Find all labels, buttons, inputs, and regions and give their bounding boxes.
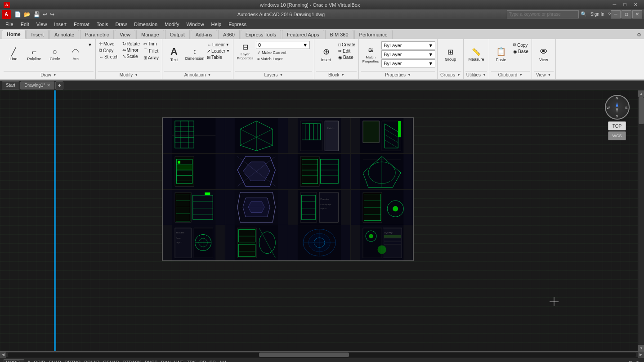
match-properties-btn[interactable]: ≋ MatchProperties xyxy=(361,41,380,68)
layer-properties-btn[interactable]: ⊟ LayerProperties xyxy=(235,42,255,61)
layers-group-label[interactable]: Layers ▼ xyxy=(235,71,312,78)
minimize-btn[interactable]: ─ xyxy=(610,2,619,8)
tab-output[interactable]: Output xyxy=(165,30,190,39)
signin-btn[interactable]: Sign In xyxy=(589,12,606,17)
undo-btn[interactable]: ↩ xyxy=(42,11,48,18)
h-scroll-right-btn[interactable]: ▶ xyxy=(638,352,644,358)
tab-bim360[interactable]: BIM 360 xyxy=(325,30,353,39)
tab-view[interactable]: View xyxy=(115,30,135,39)
menu-format[interactable]: Format xyxy=(70,19,93,29)
acad-maximize[interactable]: □ xyxy=(622,10,631,18)
clipboard-group-label[interactable]: Clipboard ▼ xyxy=(491,71,530,78)
close-btn[interactable]: ✕ xyxy=(631,2,640,8)
make-current-btn[interactable]: ✓ Make Current xyxy=(256,50,310,55)
copy-btn[interactable]: ⧉ Copy xyxy=(98,47,120,54)
tab-express-tools[interactable]: Express Tools xyxy=(241,30,281,39)
annotation-group-label[interactable]: Annotation ▼ xyxy=(164,71,231,78)
menu-express[interactable]: Express xyxy=(225,19,250,29)
status-tpy[interactable]: TPY xyxy=(187,360,196,362)
menu-draw[interactable]: Draw xyxy=(112,19,130,29)
redo-btn[interactable]: ↪ xyxy=(49,11,55,18)
open-btn[interactable]: 📂 xyxy=(23,11,31,18)
status-model[interactable]: MODEL xyxy=(4,359,24,362)
block-group-label[interactable]: Block ▼ xyxy=(316,71,357,78)
status-ducs[interactable]: DUCS xyxy=(145,360,157,362)
group-btn[interactable]: ⊞ Group xyxy=(440,41,460,68)
maximize-btn[interactable]: □ xyxy=(621,2,629,8)
groups-group-label[interactable]: Groups ▼ xyxy=(439,71,461,78)
view-group-label[interactable]: View ▼ xyxy=(534,71,554,78)
leader-btn[interactable]: ↗ Leader ▼ xyxy=(206,48,231,54)
stretch-btn[interactable]: ↔ Stretch xyxy=(98,54,120,60)
scroll-down-btn[interactable]: ▼ xyxy=(638,345,644,351)
status-icon-1[interactable]: ⊡ xyxy=(628,360,633,362)
linetype-dropdown[interactable]: ByLayer ▼ xyxy=(381,50,435,58)
line-btn[interactable]: ╱ Line xyxy=(4,41,23,68)
right-scrollbar[interactable]: ▲ ▼ xyxy=(638,90,644,351)
search-icon[interactable]: 🔍 xyxy=(581,11,587,17)
tab-close-icon[interactable]: ✕ xyxy=(47,83,50,88)
new-btn[interactable]: 📄 xyxy=(13,11,22,18)
status-otrack[interactable]: OTRACK xyxy=(122,360,141,362)
edit-btn[interactable]: ✏ Edit xyxy=(337,48,357,54)
view-btn[interactable]: 👁 View xyxy=(534,41,554,68)
h-scroll-left-btn[interactable]: ◀ xyxy=(0,352,6,358)
menu-edit[interactable]: Edit xyxy=(17,19,33,29)
array-btn[interactable]: ⊞ Array xyxy=(142,55,160,61)
create-btn[interactable]: □ Create xyxy=(337,42,357,48)
rotate-btn[interactable]: ↻ Rotate xyxy=(121,41,141,47)
save-btn[interactable]: 💾 xyxy=(32,11,41,18)
tab-manage[interactable]: Manage xyxy=(136,30,164,39)
menu-modify[interactable]: Modify xyxy=(161,19,183,29)
menu-tools[interactable]: Tools xyxy=(93,19,112,29)
tab-start[interactable]: Start xyxy=(2,81,19,89)
tab-a360[interactable]: A360 xyxy=(218,30,240,39)
menu-view[interactable]: View xyxy=(33,19,51,29)
match-layer-btn[interactable]: ≡ Match Layer xyxy=(256,56,310,62)
tab-annotate[interactable]: Annotate xyxy=(49,30,79,39)
polyline-btn[interactable]: ⌐ Polyline xyxy=(24,41,44,68)
status-lwt[interactable]: LWT xyxy=(174,360,183,362)
status-snap[interactable]: SNAP xyxy=(49,360,61,362)
trim-btn[interactable]: ✂ Trim xyxy=(142,41,160,47)
status-hash[interactable]: # xyxy=(28,360,31,362)
measure-btn[interactable]: 📏 Measure xyxy=(466,41,486,68)
insert-btn[interactable]: ⊕ Insert xyxy=(316,41,336,68)
status-polar[interactable]: POLAR xyxy=(84,360,99,362)
move-btn[interactable]: ✛ Move xyxy=(98,41,120,47)
menu-dimension[interactable]: Dimension xyxy=(130,19,161,29)
utilities-group-label[interactable]: Utilities ▼ xyxy=(465,71,487,78)
draw-group-label[interactable]: Draw ▼ xyxy=(4,71,94,78)
h-scroll-track[interactable] xyxy=(8,353,636,357)
color-dropdown[interactable]: ByLayer ▼ xyxy=(381,41,435,49)
arc-btn[interactable]: ◠ Arc xyxy=(66,41,85,68)
compass-top-btn[interactable]: TOP xyxy=(608,121,626,130)
tab-home[interactable]: Home xyxy=(2,30,26,39)
tab-featured-apps[interactable]: Featured Apps xyxy=(282,30,324,39)
lineweight-dropdown[interactable]: ByLayer ▼ xyxy=(381,59,435,67)
menu-insert[interactable]: Insert xyxy=(50,19,70,29)
menu-window[interactable]: Window xyxy=(183,19,207,29)
status-dyn[interactable]: DYN xyxy=(161,360,170,362)
ribbon-settings-icon[interactable]: ⚙ xyxy=(636,31,642,39)
mirror-btn[interactable]: ⇔ Mirror xyxy=(121,47,141,53)
tab-parametric[interactable]: Parametric xyxy=(80,30,114,39)
linear-btn[interactable]: ↔ Linear ▼ xyxy=(206,42,231,48)
scale-btn[interactable]: ⤡ Scale xyxy=(121,54,141,59)
clipboard-copy-btn[interactable]: ⧉ Copy xyxy=(512,42,530,48)
scroll-up-btn[interactable]: ▲ xyxy=(638,90,644,97)
tab-performance[interactable]: Performance xyxy=(354,30,393,39)
status-qp[interactable]: QP xyxy=(199,360,206,362)
compass-wcs-btn[interactable]: WCS xyxy=(608,131,626,140)
table-btn[interactable]: ⊞ Table xyxy=(206,54,231,60)
tab-addins[interactable]: Add-ins xyxy=(191,30,217,39)
tab-insert[interactable]: Insert xyxy=(27,30,49,39)
base-btn[interactable]: ◉ Base xyxy=(337,54,357,60)
properties-group-label[interactable]: Properties ▼ xyxy=(361,71,435,78)
acad-minimize[interactable]: ─ xyxy=(611,10,621,18)
clipboard-base-btn[interactable]: ◉ Base xyxy=(512,49,530,54)
modify-group-label[interactable]: Modify ▼ xyxy=(98,71,160,78)
tab-drawing1[interactable]: Drawing1* ✕ xyxy=(20,81,54,89)
status-ortho[interactable]: ORTHO xyxy=(64,360,80,362)
acad-close[interactable]: ✕ xyxy=(632,10,642,18)
